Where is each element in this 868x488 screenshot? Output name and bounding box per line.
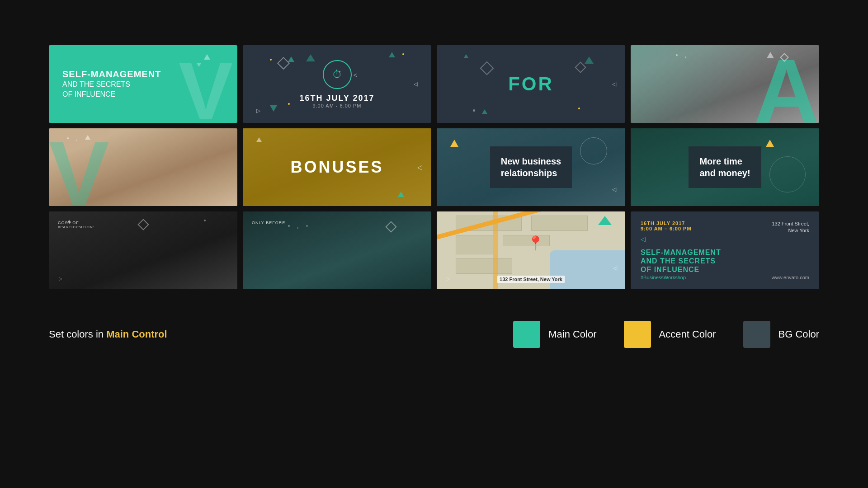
address-line1: 132 Front Street, — [772, 221, 809, 227]
deco-tri-3-2 — [585, 56, 594, 64]
only-label: ONLY BEFORE — [252, 221, 285, 225]
map-pin: 📍 — [527, 235, 544, 251]
deco-tri-9 — [67, 220, 71, 223]
deco-tri-3-bottom — [482, 109, 487, 114]
deco-dot-3-2 — [578, 108, 580, 109]
more-time-line2: and money! — [699, 167, 750, 179]
card-more-time[interactable]: More time and money! — [631, 128, 819, 206]
map-block-3 — [456, 235, 493, 254]
deco-triangle-1 — [204, 54, 210, 60]
main-color-label: Main Color — [548, 328, 596, 340]
bg-color-item: BG Color — [743, 321, 819, 348]
card-self-management[interactable]: SELF-MANAGEMENT AND THE SECRETS OF INFLU… — [49, 45, 237, 123]
deco-dot-5-2 — [76, 140, 77, 141]
card-bonuses[interactable]: BONUSES ◁ — [243, 128, 431, 206]
more-time-overlay-box: More time and money! — [689, 146, 761, 188]
map-address: 132 Front Street, New York — [497, 276, 565, 283]
deco-tri-8-yellow — [766, 140, 774, 147]
map-teal-marker — [598, 216, 612, 225]
color-items: Main Color Accent Color BG Color — [513, 321, 819, 348]
main-control-label: Main Control — [106, 328, 167, 340]
new-business-line2: relationships — [501, 167, 561, 179]
bg-color-swatch — [743, 321, 770, 348]
deco-dot-4-2 — [685, 56, 686, 58]
address-line2: New York — [772, 227, 809, 234]
event-address: 132 Front Street, New York — [772, 221, 809, 235]
card-subtitle2: OF INFLUENCE — [62, 89, 161, 99]
map-block-2 — [531, 216, 588, 231]
deco-dot-4-1 — [676, 54, 678, 56]
card-for[interactable]: FOR ◁ — [437, 45, 625, 123]
deco-circle-8 — [769, 156, 806, 192]
nav-arrow-3: ◁ — [612, 81, 616, 87]
cost-line1: COST OF — [58, 221, 94, 225]
card-photo-woman[interactable]: V — [49, 128, 237, 206]
deco-dot-10-1 — [288, 225, 290, 227]
nav-arrow-7: ◁ — [612, 186, 616, 192]
deco-tri-6b — [398, 192, 404, 197]
cost-line2: #PARTICIPATION: — [58, 225, 94, 229]
card-text: SELF-MANAGEMENT AND THE SECRETS OF INFLU… — [62, 69, 161, 100]
set-colors-text: Set colors in Main Control — [49, 328, 167, 340]
play-btn-11[interactable]: ▷ — [447, 276, 450, 281]
deco-tri-top-mid — [306, 54, 315, 61]
event-title-line1: SELF-MANAGEMENT — [641, 248, 809, 257]
deco-dot-1 — [402, 53, 404, 55]
card-info[interactable]: 16TH JULY 2017 9:00 AM – 6:00 PM 132 Fro… — [631, 211, 819, 289]
deco-dot-10-2 — [297, 227, 298, 229]
event-time: 9:00 AM – 6:00 PM — [641, 226, 692, 231]
deco-diamond-3 — [480, 61, 494, 75]
deco-triangle-2 — [197, 63, 201, 67]
play-btn-9[interactable]: ▷ — [59, 276, 62, 281]
deco-tri-3-1 — [464, 54, 468, 58]
event-title-line3: OF INFLUENCE — [641, 265, 809, 274]
deco-tri-5 — [85, 135, 90, 140]
set-colors-prefix: Set colors in — [49, 328, 106, 340]
card-only-before[interactable]: ONLY BEFORE — [243, 211, 431, 289]
deco-dot-5-1 — [67, 137, 69, 139]
main-color-item: Main Color — [513, 321, 596, 348]
big-letter-v: V — [179, 51, 233, 123]
deco-circle-7 — [580, 137, 607, 164]
card-subtitle1: AND THE SECRETS — [62, 80, 161, 89]
deco-dot-2 — [270, 59, 272, 61]
event-title-line2: AND THE SECRETS — [641, 257, 809, 265]
deco-dot-3-1 — [473, 109, 475, 112]
page-container: SELF-MANAGEMENT AND THE SECRETS OF INFLU… — [0, 0, 868, 357]
deco-dot-9 — [204, 220, 206, 221]
nav-arrow-11: ◁ — [613, 265, 617, 271]
big-letter-v2: V — [49, 128, 109, 206]
deco-tri-top-right — [389, 52, 395, 57]
clock-icon: ⏱ — [323, 60, 352, 89]
date-display: 16TH JULY 2017 — [299, 94, 374, 103]
map-block-5 — [456, 258, 512, 273]
info-top-row: 16TH JULY 2017 9:00 AM – 6:00 PM 132 Fro… — [641, 221, 809, 235]
card-grid: SELF-MANAGEMENT AND THE SECRETS OF INFLU… — [0, 0, 868, 307]
for-label: FOR — [508, 73, 554, 95]
event-date-info: 16TH JULY 2017 9:00 AM – 6:00 PM — [641, 221, 692, 231]
deco-tri-6 — [256, 137, 262, 142]
card-date-clock[interactable]: ⏱ ◁ 16TH JULY 2017 9:00 AM - 6:00 PM ▷ — [243, 45, 431, 123]
more-time-line1: More time — [699, 155, 750, 167]
card-new-business[interactable]: New business relationships ◁ — [437, 128, 625, 206]
card-title: SELF-MANAGEMENT — [62, 69, 161, 80]
bonuses-label: BONUSES — [290, 158, 383, 177]
card-photo-speaker[interactable]: A — [631, 45, 819, 123]
time-display: 9:00 AM - 6:00 PM — [312, 103, 361, 108]
info-bottom-row: #BusinessWorkshop www.envato.com — [641, 275, 809, 280]
event-arrow-icon: ◁ — [641, 235, 809, 243]
play-button[interactable]: ▷ — [256, 108, 260, 114]
nav-arrow-6: ◁ — [417, 164, 422, 171]
cost-label: COST OF #PARTICIPATION: — [58, 221, 94, 229]
event-title-area: SELF-MANAGEMENT AND THE SECRETS OF INFLU… — [641, 248, 809, 274]
event-date: 16TH JULY 2017 — [641, 221, 692, 226]
deco-dot-3 — [288, 103, 290, 105]
card-cost[interactable]: COST OF #PARTICIPATION: ▷ — [49, 211, 237, 289]
deco-tri-top-left — [288, 56, 294, 62]
accent-color-swatch — [624, 321, 651, 348]
accent-color-item: Accent Color — [624, 321, 716, 348]
new-business-line1: New business — [501, 155, 561, 167]
card-map[interactable]: 📍 132 Front Street, New York ▷ ◁ — [437, 211, 625, 289]
deco-tri-7-yellow — [450, 140, 458, 147]
bottom-bar: Set colors in Main Control Main Color Ac… — [0, 312, 868, 357]
